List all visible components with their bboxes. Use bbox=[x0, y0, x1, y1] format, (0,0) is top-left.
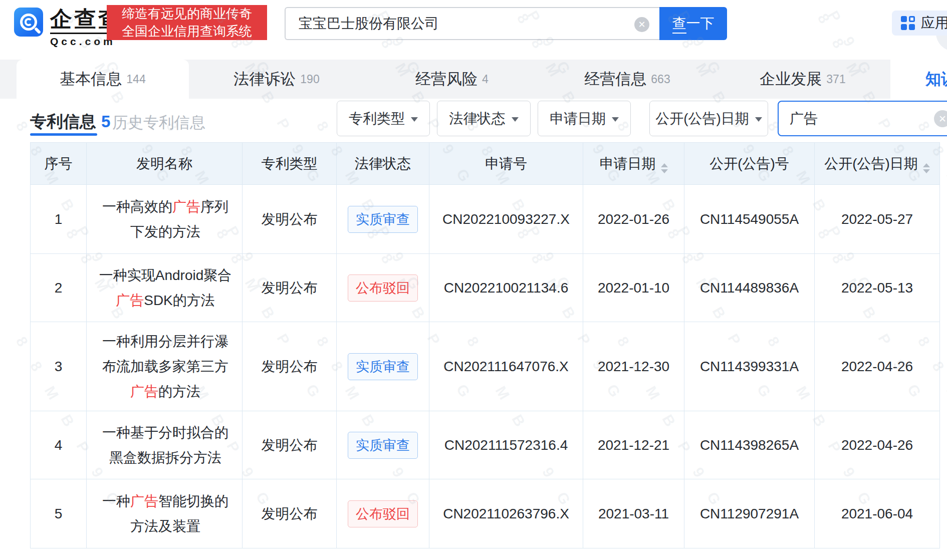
tab-bar: 基本信息144法律诉讼190经营风险4经营信息663企业发展371知识产权 bbox=[0, 60, 947, 99]
status-badge: 公布驳回 bbox=[348, 274, 418, 302]
cell-index: 4 bbox=[31, 411, 87, 479]
filter-patent-type[interactable]: 专利类型 bbox=[337, 101, 430, 136]
patents-table-head: 序号发明名称专利类型法律状态申请号申请日期公开(公告)号公开(公告)日期 bbox=[31, 143, 940, 185]
cell-application-no: CN202110263796.X bbox=[429, 479, 583, 548]
apps-grid-icon bbox=[901, 16, 915, 30]
cell-index: 2 bbox=[31, 254, 87, 322]
tab-operation-risk[interactable]: 经营风险4 bbox=[364, 60, 540, 99]
chevron-down-icon bbox=[612, 117, 619, 122]
column-header[interactable]: 公开(公告)日期 bbox=[815, 143, 940, 185]
name-text: 下发的方法 bbox=[130, 224, 200, 239]
cell-publication-date: 2022-05-27 bbox=[815, 185, 940, 254]
cell-legal-status: 实质审查 bbox=[337, 322, 429, 411]
chevron-down-icon bbox=[411, 117, 418, 122]
tab-company-development[interactable]: 企业发展371 bbox=[715, 60, 890, 99]
name-text: 黑盒数据拆分方法 bbox=[109, 450, 221, 465]
filter-legal-status-label: 法律状态 bbox=[449, 109, 506, 128]
keyword-highlight: 广告 bbox=[130, 384, 158, 399]
filter-apply-date[interactable]: 申请日期 bbox=[538, 101, 631, 136]
column-header-label: 申请日期 bbox=[600, 156, 656, 171]
keyword-highlight: 广告 bbox=[116, 293, 144, 308]
name-text: 布流加载多家第三方 bbox=[102, 359, 228, 374]
apps-button[interactable]: 应用 bbox=[892, 11, 947, 36]
search-submit-button[interactable]: 查一下 bbox=[659, 7, 727, 40]
column-header[interactable]: 申请日期 bbox=[583, 143, 684, 185]
name-text: 序列 bbox=[200, 199, 228, 214]
cell-patent-type: 发明公布 bbox=[243, 479, 337, 548]
column-header-label: 序号 bbox=[45, 156, 73, 171]
tab-label: 经营信息 bbox=[584, 69, 646, 90]
tab-intellectual-property[interactable]: 知识产权 bbox=[890, 60, 947, 99]
cell-invention-name: 一种基于分时拟合的黑盒数据拆分方法 bbox=[87, 411, 243, 479]
subtab-patent-count: 5 bbox=[101, 112, 110, 131]
tab-label: 经营风险 bbox=[415, 69, 478, 90]
cell-application-no: CN202111647076.X bbox=[429, 322, 583, 411]
filter-publish-date[interactable]: 公开(公告)日期 bbox=[649, 101, 768, 136]
name-text: SDK的方法 bbox=[144, 293, 215, 308]
column-header: 公开(公告)号 bbox=[684, 143, 815, 185]
search-input-box: ✕ bbox=[285, 7, 659, 40]
tab-count: 371 bbox=[826, 73, 845, 86]
keyword-highlight: 广告 bbox=[172, 199, 200, 214]
sort-icon[interactable] bbox=[661, 163, 668, 173]
table-row: 4一种基于分时拟合的黑盒数据拆分方法发明公布实质审查CN202111572316… bbox=[31, 411, 940, 479]
name-text: 一种 bbox=[102, 493, 130, 509]
patents-table-body: 1一种高效的广告序列下发的方法发明公布实质审查CN202210093227.X2… bbox=[31, 185, 940, 548]
name-text: 一种高效的 bbox=[102, 199, 172, 214]
clear-keyword-icon[interactable]: ✕ bbox=[934, 110, 947, 127]
column-header-label: 公开(公告)号 bbox=[709, 156, 789, 171]
slogan-line-2: 全国企业信用查询系统 bbox=[107, 23, 267, 40]
sort-icon[interactable] bbox=[923, 163, 930, 173]
cell-legal-status: 公布驳回 bbox=[337, 254, 429, 322]
table-row: 5一种广告智能切换的方法及装置发明公布公布驳回CN202110263796.X2… bbox=[31, 479, 940, 548]
subtab-history-patent-info[interactable]: 历史专利信息 bbox=[112, 112, 205, 133]
column-header: 专利类型 bbox=[243, 143, 337, 185]
cell-publication-date: 2022-05-13 bbox=[815, 254, 940, 322]
column-header-label: 申请号 bbox=[485, 156, 527, 171]
tab-label: 法律诉讼 bbox=[233, 69, 296, 90]
cell-publication-date: 2022-04-26 bbox=[815, 322, 940, 411]
tab-count: 663 bbox=[651, 73, 670, 86]
cell-application-date: 2022-01-26 bbox=[583, 185, 684, 254]
cell-invention-name: 一种实现Android聚合广告SDK的方法 bbox=[87, 254, 243, 322]
tab-operation-info[interactable]: 经营信息663 bbox=[540, 60, 715, 99]
qcc-logo[interactable]: 企查查 Qcc.com bbox=[14, 8, 122, 48]
qcc-logo-icon bbox=[14, 8, 43, 37]
keyword-search-box: ✕ bbox=[778, 101, 947, 136]
tab-count: 4 bbox=[482, 73, 489, 86]
keyword-highlight: 广告 bbox=[130, 493, 158, 509]
cell-patent-type: 发明公布 bbox=[243, 322, 337, 411]
top-header: 企查查 Qcc.com 缔造有远见的商业传奇 全国企业信用查询系统 ✕ 查一下 … bbox=[0, 0, 947, 60]
clear-search-icon[interactable]: ✕ bbox=[634, 17, 649, 32]
keyword-search-input[interactable] bbox=[790, 111, 915, 127]
cell-index: 3 bbox=[31, 322, 87, 411]
filter-legal-status[interactable]: 法律状态 bbox=[437, 101, 531, 136]
cell-index: 5 bbox=[31, 479, 87, 548]
chevron-down-icon bbox=[512, 117, 519, 122]
search-input[interactable] bbox=[299, 16, 631, 32]
column-header: 序号 bbox=[31, 143, 87, 185]
cell-publication-no: CN114398265A bbox=[684, 411, 815, 479]
tab-basic-info[interactable]: 基本信息144 bbox=[17, 60, 189, 99]
column-header-label: 法律状态 bbox=[355, 156, 411, 171]
column-header: 发明名称 bbox=[87, 143, 243, 185]
tab-label: 基本信息 bbox=[60, 69, 122, 90]
slogan-line-1: 缔造有远见的商业传奇 bbox=[107, 5, 267, 23]
filter-publish-date-label: 公开(公告)日期 bbox=[655, 109, 749, 128]
header-row: 序号发明名称专利类型法律状态申请号申请日期公开(公告)号公开(公告)日期 bbox=[31, 143, 940, 185]
cell-application-date: 2021-03-11 bbox=[583, 479, 684, 548]
column-header-label: 公开(公告)日期 bbox=[824, 156, 918, 171]
status-badge: 公布驳回 bbox=[348, 500, 418, 527]
table-row: 1一种高效的广告序列下发的方法发明公布实质审查CN202210093227.X2… bbox=[31, 185, 940, 254]
subtab-patent-label: 专利信息 bbox=[30, 112, 96, 131]
cell-legal-status: 实质审查 bbox=[337, 411, 429, 479]
brand-slogan: 缔造有远见的商业传奇 全国企业信用查询系统 bbox=[107, 5, 267, 40]
name-text: 的方法 bbox=[158, 384, 200, 399]
subtab-patent-info[interactable]: 专利信息5 bbox=[30, 111, 110, 133]
cell-publication-no: CN114399331A bbox=[684, 322, 815, 411]
cell-publication-date: 2021-06-04 bbox=[815, 479, 940, 548]
filter-patent-type-label: 专利类型 bbox=[349, 109, 405, 128]
tab-legal-litigation[interactable]: 法律诉讼190 bbox=[189, 60, 364, 99]
tab-label: 企业发展 bbox=[760, 69, 822, 90]
cell-invention-name: 一种高效的广告序列下发的方法 bbox=[87, 185, 243, 254]
